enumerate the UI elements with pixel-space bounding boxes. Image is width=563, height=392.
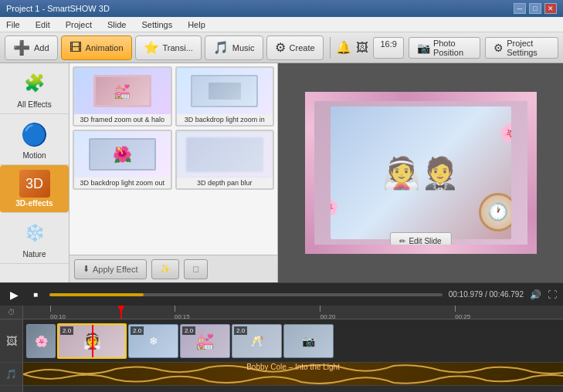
effect-delete-button[interactable]: ◻: [184, 259, 208, 279]
menu-file[interactable]: File: [3, 19, 23, 31]
3d-effects-icon: 3D: [19, 170, 50, 198]
animation-button[interactable]: 🎞 Animation: [61, 35, 132, 60]
tick-2: 00:20: [320, 306, 335, 319]
stop-button[interactable]: ■: [28, 287, 43, 302]
playhead[interactable]: [120, 306, 122, 319]
transitions-icon: ⭐: [144, 40, 159, 55]
apply-effect-button[interactable]: ⬇ Apply Effect: [74, 259, 147, 279]
slides-track-icon: 🖼: [6, 335, 17, 347]
music-button[interactable]: 🎵 Music: [205, 35, 263, 60]
toolbar-right: 🔔 🖼 16:9 📷 Photo Position ⚙ Project Sett…: [336, 37, 558, 59]
audio-track: Bobby Cole – Into the Light: [23, 363, 563, 386]
tick-1: 00:15: [175, 306, 190, 319]
sidebar-item-motion[interactable]: 🔵 Motion: [0, 114, 69, 165]
tick-3: 00:25: [455, 306, 470, 319]
slide-item[interactable]: 💒 2.0: [180, 324, 230, 358]
main-area: 🧩 All Effects 🔵 Motion 3D 3D-effects ❄️ …: [0, 63, 563, 282]
add-button[interactable]: ➕ Add: [5, 35, 58, 60]
menubar: File Edit Project Slide Settings Help: [0, 17, 563, 32]
audio-wave: Bobby Cole – Into the Light: [23, 363, 563, 385]
play-button[interactable]: ▶: [6, 287, 22, 302]
toolbar: ➕ Add 🎞 Animation ⭐ Transi... 🎵 Music ⚙ …: [0, 32, 563, 63]
menu-project[interactable]: Project: [63, 19, 95, 31]
titlebar: Project 1 - SmartSHOW 3D ─ □ ✕: [0, 0, 563, 17]
delete-icon: ◻: [192, 264, 199, 274]
add-icon: ➕: [13, 39, 30, 56]
playhead-head: [117, 306, 125, 313]
slides-track: 🌸 👰 2.0 ❄ 2.0 💒 2.0: [23, 319, 563, 363]
time-display: 00:10.979 / 00:46.792: [449, 290, 524, 299]
effects-scroll-area[interactable]: 💒 3D framed zoom out & halo 3D backdrop …: [70, 63, 277, 255]
music-icon: 🎵: [213, 40, 229, 55]
notification-icon[interactable]: 🔔: [336, 40, 351, 55]
menu-help[interactable]: Help: [185, 19, 209, 31]
progress-fill: [49, 293, 144, 296]
transitions-button[interactable]: ⭐ Transi...: [135, 35, 202, 60]
sparkle-icon: ✨: [160, 264, 171, 274]
progress-track[interactable]: [49, 293, 443, 296]
track-label-audio: 🎵: [0, 363, 22, 386]
effect-thumb-2[interactable]: 🌺 3D backdrop light zoom out: [73, 130, 172, 190]
track-labels: 🖼 🎵: [0, 319, 23, 392]
audio-track-label: Bobby Cole – Into the Light: [246, 363, 340, 371]
sidebar-item-nature[interactable]: ❄️ Nature: [0, 213, 69, 264]
effects-grid: 💒 3D framed zoom out & halo 3D backdrop …: [70, 63, 278, 282]
slide-item[interactable]: ❄ 2.0: [128, 324, 178, 358]
effect-options-button[interactable]: ✨: [151, 259, 179, 279]
edit-pencil-icon: ✏: [399, 237, 405, 245]
effects-panel: 🧩 All Effects 🔵 Motion 3D 3D-effects ❄️ …: [0, 63, 70, 282]
create-button[interactable]: ⚙ Create: [266, 35, 324, 60]
track-label-slides: 🖼: [0, 319, 22, 363]
titlebar-controls: ─ □ ✕: [514, 3, 557, 14]
effect-thumb-3[interactable]: 3D depth pan blur: [175, 130, 275, 190]
all-effects-icon: 🧩: [19, 68, 50, 99]
fullscreen-icon[interactable]: ⛶: [548, 289, 557, 300]
slide-item[interactable]: 🌸: [26, 324, 56, 358]
slide-item[interactable]: 🥂 2.0: [232, 324, 282, 358]
apply-effect-icon: ⬇: [83, 264, 90, 274]
ruler-container: 00:10 00:15 00:20 00:25: [23, 306, 563, 319]
nature-icon: ❄️: [19, 218, 50, 248]
slide-item-active[interactable]: 👰 2.0: [57, 323, 127, 359]
titlebar-title: Project 1 - SmartSHOW 3D: [6, 4, 110, 13]
playback-bar: ▶ ■ 00:10.979 / 00:46.792 🔊 ⛶: [0, 282, 563, 306]
maximize-button[interactable]: □: [529, 3, 541, 14]
photo-pos-icon: 📷: [417, 42, 430, 54]
timeline-tracks-area: 🖼 🎵 🌸 👰 2.0 ❄: [0, 319, 563, 392]
menu-slide[interactable]: Slide: [104, 19, 129, 31]
sidebar-item-all-effects[interactable]: 🧩 All Effects: [0, 63, 69, 114]
effect-thumb-1[interactable]: 3D backdrop light zoom in: [175, 66, 275, 127]
edit-slide-button[interactable]: ✏ Edit Slide: [389, 232, 451, 249]
menu-settings[interactable]: Settings: [138, 19, 175, 31]
create-icon: ⚙: [275, 40, 286, 55]
audio-track-icon: 🎵: [5, 369, 17, 380]
timeline-ruler: ⏱ 00:10 00:15 00:20 00:25: [0, 306, 563, 319]
preview-area: 👰🤵 🕐 🌸 🌸 ✏ Edit Slide: [278, 63, 563, 282]
effect-thumb-0[interactable]: 💒 3D framed zoom out & halo: [73, 66, 172, 127]
menu-edit[interactable]: Edit: [32, 19, 53, 31]
slide-item[interactable]: 📷: [283, 324, 334, 358]
volume-icon[interactable]: 🔊: [530, 289, 541, 300]
slide-items: 🌸 👰 2.0 ❄ 2.0 💒 2.0: [23, 319, 337, 362]
image-icon[interactable]: 🖼: [356, 41, 368, 55]
sidebar-item-3d-effects[interactable]: 3D 3D-effects: [0, 165, 69, 213]
minimize-button[interactable]: ─: [514, 3, 526, 14]
motion-icon: 🔵: [19, 119, 50, 150]
animation-icon: 🎞: [70, 41, 82, 55]
close-button[interactable]: ✕: [544, 3, 557, 14]
tick-0: 00:10: [50, 306, 66, 319]
tracks-container: 🌸 👰 2.0 ❄ 2.0 💒 2.0: [23, 319, 563, 392]
photo-position-button[interactable]: 📷 Photo Position: [409, 37, 480, 59]
ratio-button[interactable]: 16:9: [373, 37, 403, 59]
effects-bottom-bar: ⬇ Apply Effect ✨ ◻: [70, 255, 277, 282]
preview-frame: 👰🤵 🕐 🌸 🌸 ✏ Edit Slide: [305, 92, 537, 254]
toolbar-separator: [330, 37, 331, 59]
settings-gear-icon: ⚙: [493, 42, 504, 54]
timeline-ruler-icon: ⏱: [8, 308, 15, 316]
project-settings-button[interactable]: ⚙ Project Settings: [485, 37, 558, 59]
